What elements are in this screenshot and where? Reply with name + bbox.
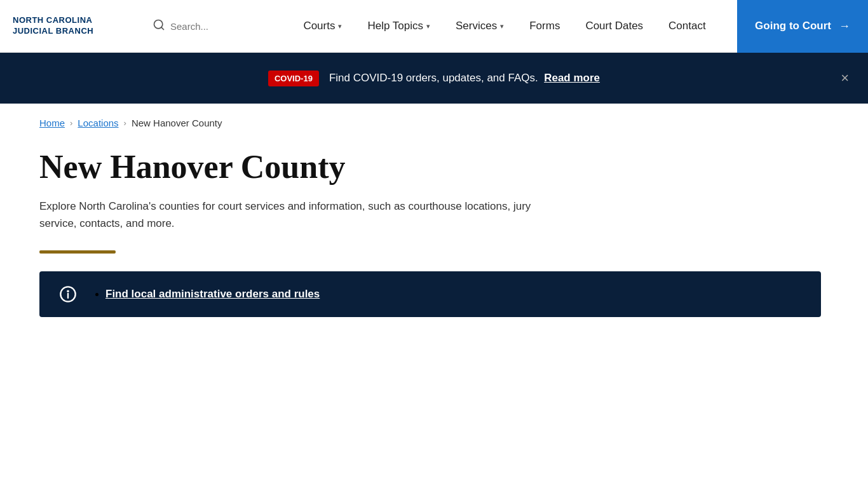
nav-forms[interactable]: Forms — [517, 0, 573, 53]
info-icon — [58, 285, 78, 303]
decorative-divider — [39, 250, 116, 254]
nav-courts-label: Courts — [303, 20, 335, 32]
search-input[interactable] — [170, 21, 259, 32]
site-header: NORTH CAROLINA JUDICIAL BRANCH Courts ▾ … — [0, 0, 868, 53]
help-chevron-icon: ▾ — [426, 22, 430, 30]
nav-courts[interactable]: Courts ▾ — [290, 0, 355, 53]
page-title: New Hanover County — [39, 149, 829, 185]
breadcrumb: Home › Locations › New Hanover County — [0, 104, 868, 142]
nav-services-label: Services — [456, 20, 497, 32]
info-list: Find local administrative orders and rul… — [93, 288, 320, 301]
search-area — [140, 18, 272, 34]
cta-label: Going to Court — [755, 20, 831, 32]
nav-court-dates-label: Court Dates — [585, 20, 643, 32]
nav-help-topics[interactable]: Help Topics ▾ — [355, 0, 443, 53]
svg-line-1 — [161, 27, 164, 29]
breadcrumb-home[interactable]: Home — [39, 118, 65, 128]
nav-contact[interactable]: Contact — [656, 0, 719, 53]
close-banner-button[interactable]: × — [841, 71, 849, 85]
covid-banner: COVID-19 Find COVID-19 orders, updates, … — [0, 53, 868, 104]
nav-contact-label: Contact — [668, 20, 706, 32]
logo-line1: NORTH CAROLINA — [13, 15, 93, 26]
logo-line2: JUDICIAL BRANCH — [13, 26, 93, 37]
page-description: Explore North Carolina's counties for co… — [39, 198, 535, 232]
going-to-court-button[interactable]: Going to Court → — [737, 0, 868, 53]
breadcrumb-sep-2: › — [124, 118, 126, 128]
courts-chevron-icon: ▾ — [338, 22, 342, 30]
nav-forms-label: Forms — [529, 20, 560, 32]
services-chevron-icon: ▾ — [500, 22, 504, 30]
nav-court-dates[interactable]: Court Dates — [573, 0, 656, 53]
covid-badge: COVID-19 — [268, 71, 319, 86]
logo-area[interactable]: NORTH CAROLINA JUDICIAL BRANCH — [0, 15, 140, 37]
covid-message: Find COVID-19 orders, updates, and FAQs.… — [329, 72, 600, 85]
breadcrumb-sep-1: › — [70, 118, 72, 128]
breadcrumb-current: New Hanover County — [132, 118, 222, 128]
info-box: Find local administrative orders and rul… — [39, 271, 821, 317]
covid-message-text: Find COVID-19 orders, updates, and FAQs. — [329, 72, 538, 84]
nav-services[interactable]: Services ▾ — [443, 0, 517, 53]
breadcrumb-locations[interactable]: Locations — [78, 118, 118, 128]
cta-arrow-icon: → — [839, 20, 850, 33]
main-content: New Hanover County Explore North Carolin… — [0, 142, 868, 342]
site-logo[interactable]: NORTH CAROLINA JUDICIAL BRANCH — [13, 15, 93, 37]
covid-read-more-link[interactable]: Read more — [544, 72, 600, 84]
nav-help-label: Help Topics — [367, 20, 423, 32]
search-icon[interactable] — [153, 18, 165, 34]
main-nav: Courts ▾ Help Topics ▾ Services ▾ Forms … — [272, 0, 737, 53]
admin-orders-link[interactable]: Find local administrative orders and rul… — [105, 288, 320, 300]
